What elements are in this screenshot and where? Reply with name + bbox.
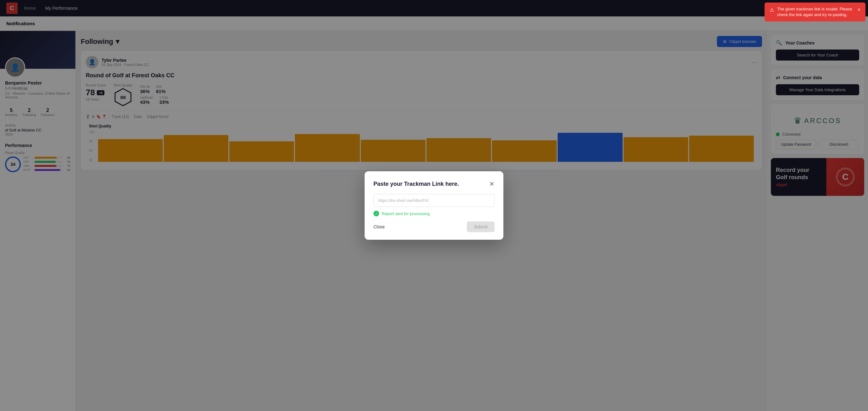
- toast-close-button[interactable]: ×: [858, 6, 861, 13]
- modal-header: Paste your Trackman Link here. ✕: [373, 180, 495, 188]
- trackman-link-input[interactable]: [373, 194, 495, 207]
- error-toast: ⚠ The given trackman link is invalid. Pl…: [765, 2, 866, 22]
- success-text: Report sent for processing: [382, 211, 430, 216]
- trackman-modal: Paste your Trackman Link here. ✕ ✓ Repor…: [365, 171, 503, 240]
- modal-title: Paste your Trackman Link here.: [373, 181, 459, 187]
- modal-x-close-button[interactable]: ✕: [489, 180, 495, 188]
- modal-footer: Close Submit: [373, 221, 495, 232]
- modal-success-message: ✓ Report sent for processing: [373, 211, 495, 216]
- warning-icon: ⚠: [770, 7, 774, 13]
- modal-overlay: Paste your Trackman Link here. ✕ ✓ Repor…: [0, 0, 868, 411]
- modal-submit-button[interactable]: Submit: [467, 221, 495, 232]
- success-check-icon: ✓: [373, 211, 379, 216]
- modal-close-button[interactable]: Close: [373, 224, 385, 229]
- toast-message: The given trackman link is invalid. Plea…: [777, 6, 855, 18]
